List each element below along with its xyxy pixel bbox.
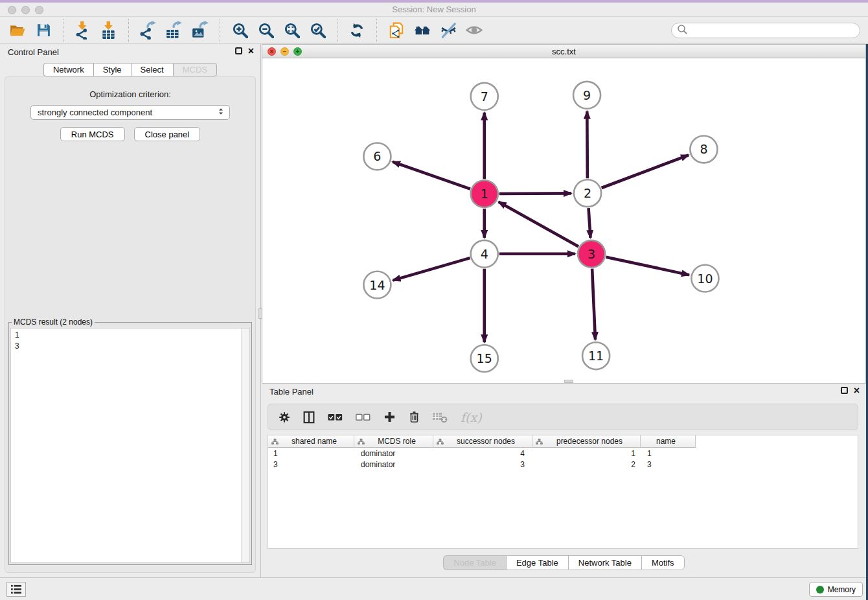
two-houses-icon[interactable] [413,20,432,41]
delete-table-icon[interactable] [433,411,448,423]
edge-2-8[interactable] [602,155,689,188]
select-stepper-icon [216,107,225,118]
node-3[interactable]: 3 [578,240,605,268]
trash-icon[interactable] [409,411,420,423]
zoom-fit-icon[interactable] [282,20,301,41]
refresh-icon[interactable] [347,20,367,41]
edge-1-6[interactable] [393,162,470,189]
node-4[interactable]: 4 [471,240,498,268]
node-label: 6 [373,149,381,163]
checked-boxes-icon[interactable] [328,413,343,421]
mcds-result-area[interactable]: 13 [10,328,250,563]
node-7[interactable]: 7 [471,83,498,110]
close-panel-icon[interactable]: × [248,47,254,54]
node-10[interactable]: 10 [691,265,718,292]
zoom-selected-icon[interactable] [308,20,327,41]
edge-4-14[interactable] [393,258,470,280]
network-window-titlebar[interactable]: × − + scc.txt [262,45,865,58]
node-14[interactable]: 14 [363,271,391,299]
import-network-icon[interactable] [73,20,93,41]
edge-3-1[interactable] [499,202,578,246]
zoom-in-icon[interactable] [230,20,249,41]
table-cell[interactable]: dominator [354,449,433,458]
tab-style[interactable]: Style [93,63,131,76]
mcds-result-line: 1 [15,330,246,341]
unchecked-boxes-icon[interactable] [356,413,371,421]
node-11[interactable]: 11 [582,342,610,369]
table-cell[interactable]: 1 [268,449,354,458]
column-header-shared-name[interactable]: shared name [268,435,354,448]
table-cell[interactable]: dominator [354,460,433,469]
table-row[interactable]: 3dominator323 [268,459,858,470]
node-2[interactable]: 2 [574,179,601,207]
table-cell[interactable]: 3 [641,460,696,469]
table-cell[interactable]: 4 [433,449,532,458]
network-resize-grip[interactable] [564,380,573,383]
gear-icon[interactable] [279,411,290,423]
tab-motifs[interactable]: Motifs [641,555,685,570]
network-view-window: × − + scc.txt 7 9 6 8 1 2 4 3 14 [262,44,866,384]
tree-icon [437,439,444,444]
open-session-icon[interactable] [8,20,27,41]
node-9[interactable]: 9 [573,82,600,109]
table-cell[interactable]: 1 [532,449,641,458]
edge-3-10[interactable] [606,257,689,275]
node-15[interactable]: 15 [471,345,498,372]
result-scrollbar[interactable] [241,329,249,562]
column-header-MCDS-role[interactable]: MCDS role [354,435,433,448]
tab-edge-table[interactable]: Edge Table [506,555,568,570]
tab-network[interactable]: Network [43,63,93,76]
export-network-icon[interactable] [139,20,158,41]
float-panel-icon[interactable] [235,47,242,54]
task-history-button[interactable] [6,582,26,597]
table-row[interactable]: 1dominator411 [268,448,858,459]
table-toolbar: f(x) [268,404,858,430]
import-table-icon[interactable] [99,20,119,41]
hide-selected-icon[interactable] [439,20,458,41]
add-row-icon[interactable] [383,411,396,423]
column-header-predecessor-nodes[interactable]: predecessor nodes [532,435,641,448]
mcds-result-line: 3 [15,341,246,352]
edge-2-9[interactable] [587,111,588,179]
edge-2-3[interactable] [589,208,591,238]
tab-select[interactable]: Select [131,63,173,76]
column-header-successor-nodes[interactable]: successor nodes [433,435,532,448]
criterion-selected-value: strongly connected component [38,108,216,117]
tab-node-table[interactable]: Node Table [443,555,506,570]
node-label: 14 [369,278,385,292]
criterion-select[interactable]: strongly connected component [30,105,230,120]
function-builder-icon[interactable]: f(x) [461,410,482,424]
node-6[interactable]: 6 [363,143,391,170]
save-session-icon[interactable] [34,20,53,41]
tab-mcds[interactable]: MCDS [173,63,217,76]
tree-icon [271,439,279,444]
edge-3-11[interactable] [592,269,595,340]
table-cell[interactable]: 1 [641,449,696,458]
show-all-icon[interactable] [464,20,484,41]
table-panel-title: Table Panel [269,387,314,397]
memory-button[interactable]: Memory [809,582,863,597]
columns-icon[interactable] [303,411,315,424]
zoom-out-icon[interactable] [256,20,275,41]
node-1[interactable]: 1 [471,180,498,207]
copy-network-icon[interactable] [387,20,406,41]
search-input[interactable] [691,25,854,36]
float-table-panel-icon[interactable] [841,387,848,394]
table-cell[interactable]: 3 [433,460,532,469]
table-cell[interactable]: 3 [268,460,354,469]
close-panel-button[interactable]: Close panel [134,127,201,141]
node-8[interactable]: 8 [690,136,717,163]
run-mcds-button[interactable]: Run MCDS [60,127,125,141]
search-input-container[interactable] [671,23,860,38]
export-image-icon[interactable] [190,20,210,41]
window-titlebar: Session: New Session [0,0,868,17]
column-header-name[interactable]: name [641,435,696,448]
column-header-label: shared name [279,437,354,446]
export-table-icon[interactable] [165,20,184,41]
tab-network-table[interactable]: Network Table [568,555,641,570]
node-label: 1 [481,187,488,201]
close-table-panel-icon[interactable]: × [854,387,860,394]
table-cell[interactable]: 2 [532,460,641,469]
network-canvas[interactable]: 7 9 6 8 1 2 4 3 14 10 15 11 [262,59,865,383]
edge-1-2[interactable] [499,193,571,194]
